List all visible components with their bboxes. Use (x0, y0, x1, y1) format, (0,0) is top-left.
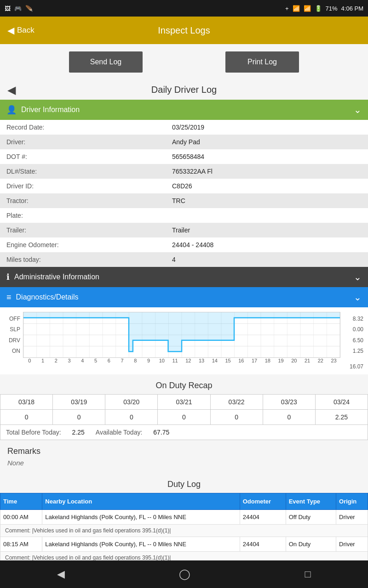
hour-5: 5 (89, 358, 103, 363)
hour-0: 0 (23, 358, 36, 363)
total-before-label: Total Before Today: (0, 425, 67, 440)
game-icon: 🎮 (14, 5, 22, 12)
hour-9: 9 (142, 358, 155, 363)
field-value: 4 (166, 252, 368, 267)
field-value: Trailer (166, 223, 368, 237)
top-nav: ◀ Back Inspect Logs (0, 17, 368, 44)
remarks-section: Remarks None (0, 440, 368, 473)
recap-cell: 0 (210, 410, 263, 425)
duty-log-comment-row: Comment: |Vehicles used in oil and gas f… (0, 525, 368, 537)
chart-right-slp: 0.00 (343, 326, 363, 333)
recap-totals: Total Before Today: 2.25 Available Today… (0, 425, 368, 440)
duty-origin: Driver (336, 537, 368, 552)
diagnostics-header[interactable]: ≡ Diagnostics/Details ⌄ (0, 287, 368, 307)
signal-icon: 📶 (304, 5, 311, 12)
chart-label-off: OFF (5, 316, 20, 322)
driver-info-row: Plate: (0, 208, 368, 223)
driver-info-row: Engine Odometer:24404 - 24408 (0, 237, 368, 252)
hour-6: 6 (103, 358, 116, 363)
recap-col-header: 03/24 (315, 395, 368, 410)
duty-time: 08:15 AM (0, 537, 42, 552)
hour-16: 16 (235, 358, 248, 363)
hour-3: 3 (63, 358, 76, 363)
driver-info-table: Record Date:03/25/2019Driver:Andy PadDOT… (0, 120, 368, 267)
duty-origin: Driver (336, 510, 368, 525)
hour-10: 10 (155, 358, 169, 363)
duty-odometer: 24404 (240, 510, 286, 525)
field-label: Trailer: (0, 223, 166, 237)
daily-driver-log-title: Daily Driver Log (151, 85, 217, 95)
duty-col-header: Event Type (286, 493, 336, 510)
recap-col-header: 03/21 (158, 395, 210, 410)
chart-label-slp: SLP (5, 326, 20, 333)
wifi-icon: 📶 (293, 5, 300, 12)
field-value (166, 208, 368, 223)
driver-info-chevron: ⌄ (354, 104, 362, 115)
recap-cell: 0 (53, 410, 105, 425)
duty-log-title: Duty Log (0, 473, 368, 493)
time-display: 4:06 PM (341, 5, 363, 12)
chart-total: 16.07 (0, 363, 368, 370)
field-label: Record Date: (0, 120, 166, 135)
chart-right-on: 1.25 (343, 348, 363, 354)
recap-table: 03/1803/1903/2003/2103/2203/2303/24 0000… (0, 394, 368, 425)
print-log-button[interactable]: Print Log (225, 51, 299, 73)
hour-23: 23 (327, 358, 340, 363)
duty-comment: Comment: |Vehicles used in oil and gas f… (0, 525, 368, 537)
bottom-recent-button[interactable]: □ (305, 568, 311, 580)
recap-header-row: 03/1803/1903/2003/2103/2203/2303/24 (0, 395, 368, 410)
chart-labels-right: 8.32 0.00 6.50 1.25 (340, 312, 363, 358)
bottom-back-button[interactable]: ◀ (57, 568, 65, 580)
duty-col-header: Nearby Location (42, 493, 240, 510)
prev-log-arrow[interactable]: ◀ (7, 84, 16, 96)
duty-event-type: On Duty (286, 537, 336, 552)
recap-cell: 0 (0, 410, 53, 425)
on-duty-recap-title: On Duty Recap (0, 374, 368, 394)
total-before-value: 2.25 (67, 425, 90, 440)
recap-col-header: 03/22 (210, 395, 263, 410)
hour-19: 19 (274, 358, 288, 363)
gallery-icon: 🖼 (5, 5, 11, 12)
recap-cell: 0 (263, 410, 315, 425)
chart-label-drv: DRV (5, 337, 20, 344)
driver-info-row: DOT #:565658484 (0, 149, 368, 164)
hour-4: 4 (76, 358, 89, 363)
field-value: C8D26 (166, 179, 368, 193)
feather-icon: 🪶 (25, 5, 33, 12)
field-label: Driver ID: (0, 179, 166, 193)
field-value: 03/25/2019 (166, 120, 368, 135)
diagnostics-title: Diagnostics/Details (16, 293, 79, 301)
driver-info-row: Driver:Andy Pad (0, 135, 368, 149)
field-label: Miles today: (0, 252, 166, 267)
diagnostics-chevron: ⌄ (354, 292, 362, 303)
hour-17: 17 (248, 358, 261, 363)
hour-22: 22 (314, 358, 328, 363)
status-bar: 🖼 🎮 🪶 + 📶 📶 🔋 71% 4:06 PM (0, 0, 368, 17)
chart-container: OFF SLP DRV ON (0, 312, 368, 358)
nav-title: Inspect Logs (158, 25, 210, 36)
duty-location: Lakeland Highlands (Polk County), FL -- … (42, 510, 240, 525)
action-buttons: Send Log Print Log (0, 44, 368, 80)
hour-8: 8 (129, 358, 142, 363)
recap-values-row: 0000002.25 (0, 410, 368, 425)
duty-col-header: Odometer (240, 493, 286, 510)
remarks-title: Remarks (7, 447, 361, 456)
main-content: Send Log Print Log ◀ Daily Driver Log 👤 … (0, 44, 368, 588)
list-icon: ≡ (6, 293, 12, 302)
admin-info-chevron: ⌄ (354, 271, 362, 283)
recap-col-header: 03/20 (105, 395, 158, 410)
back-arrow-icon: ◀ (7, 25, 14, 36)
driver-info-row: DL#/State:7653322AA Fl (0, 164, 368, 179)
duty-location: Lakeland Highlands (Polk County), FL -- … (42, 537, 240, 552)
status-bar-left: 🖼 🎮 🪶 (5, 5, 33, 12)
duty-col-header: Origin (336, 493, 368, 510)
admin-info-header[interactable]: ℹ Administrative Information ⌄ (0, 267, 368, 287)
info-icon: ℹ (6, 272, 10, 282)
hour-11: 11 (168, 358, 182, 363)
field-value: 24404 - 24408 (166, 237, 368, 252)
bottom-home-button[interactable]: ◯ (179, 568, 190, 580)
back-label: Back (17, 26, 34, 35)
driver-info-header[interactable]: 👤 Driver Information ⌄ (0, 100, 368, 120)
send-log-button[interactable]: Send Log (69, 51, 143, 73)
back-button[interactable]: ◀ Back (7, 25, 34, 36)
